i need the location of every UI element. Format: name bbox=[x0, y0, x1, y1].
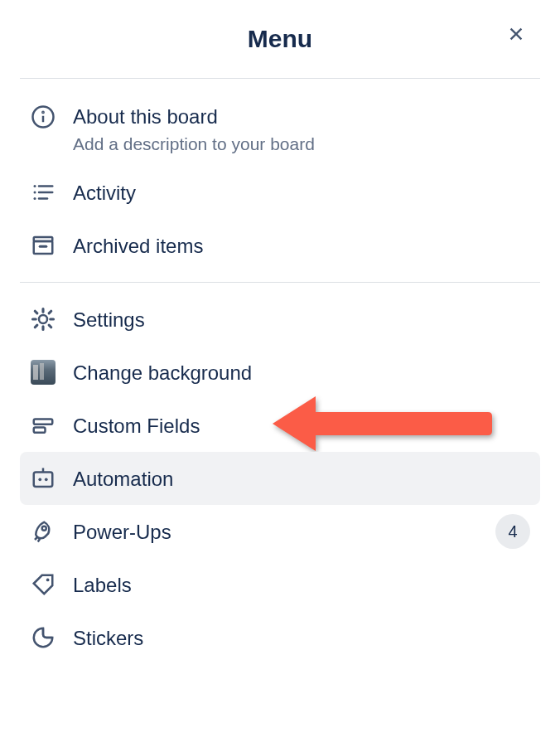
tag-icon bbox=[30, 571, 56, 598]
svg-point-4 bbox=[42, 112, 43, 113]
archive-icon bbox=[30, 232, 56, 259]
menu-item-automation[interactable]: Automation bbox=[20, 452, 540, 505]
menu-item-label: Custom Fields bbox=[73, 413, 530, 439]
menu-item-about[interactable]: About this board Add a description to yo… bbox=[20, 89, 540, 166]
menu-item-stickers[interactable]: Stickers bbox=[20, 611, 540, 664]
svg-point-19 bbox=[38, 478, 41, 482]
count-badge: 4 bbox=[495, 514, 530, 549]
menu-item-labels[interactable]: Labels bbox=[20, 558, 540, 611]
menu-item-text: About this board Add a description to yo… bbox=[73, 104, 530, 154]
menu-item-label: Automation bbox=[73, 466, 530, 492]
menu-item-label: Stickers bbox=[73, 625, 530, 651]
svg-point-20 bbox=[45, 478, 48, 482]
menu-item-sublabel: Add a description to your board bbox=[73, 134, 530, 154]
info-icon bbox=[30, 104, 56, 130]
menu-item-text: Activity bbox=[73, 180, 530, 206]
svg-point-21 bbox=[42, 526, 46, 531]
menu-item-label: Change background bbox=[73, 360, 530, 386]
menu-section-info: About this board Add a description to yo… bbox=[0, 79, 560, 282]
custom-fields-icon bbox=[30, 412, 56, 439]
svg-point-9 bbox=[34, 197, 36, 200]
menu-header: Menu bbox=[0, 0, 560, 78]
menu-item-label: Activity bbox=[73, 180, 530, 206]
menu-item-activity[interactable]: Activity bbox=[20, 166, 540, 219]
close-button[interactable] bbox=[507, 25, 530, 48]
menu-item-change-background[interactable]: Change background bbox=[20, 346, 540, 399]
menu-item-text: Stickers bbox=[73, 625, 530, 651]
menu-item-label: Power-Ups bbox=[73, 519, 530, 545]
menu-item-text: Archived items bbox=[73, 233, 530, 259]
svg-point-14 bbox=[39, 315, 47, 323]
rocket-icon bbox=[30, 518, 56, 545]
svg-rect-15 bbox=[34, 420, 53, 424]
menu-item-archived[interactable]: Archived items bbox=[20, 219, 540, 272]
menu-item-label: Settings bbox=[73, 307, 530, 332]
automation-icon bbox=[30, 465, 56, 492]
svg-point-7 bbox=[34, 192, 36, 194]
activity-icon bbox=[30, 179, 56, 206]
menu-item-text: Change background bbox=[73, 360, 530, 386]
svg-rect-18 bbox=[34, 473, 53, 487]
board-menu-panel: Menu About this board Add a description … bbox=[0, 0, 560, 747]
svg-rect-16 bbox=[34, 428, 46, 433]
menu-section-settings: Settings Change background Custom Fields bbox=[0, 283, 560, 674]
close-icon bbox=[507, 25, 525, 43]
gear-icon bbox=[30, 306, 56, 332]
menu-item-label: Archived items bbox=[73, 233, 530, 259]
menu-item-power-ups[interactable]: Power-Ups 4 bbox=[20, 505, 540, 558]
menu-item-label: About this board bbox=[73, 104, 530, 129]
menu-item-text: Power-Ups bbox=[73, 519, 530, 545]
sticker-icon bbox=[30, 624, 56, 651]
menu-item-text: Custom Fields bbox=[73, 413, 530, 439]
menu-item-settings[interactable]: Settings bbox=[20, 293, 540, 346]
menu-item-text: Labels bbox=[73, 572, 530, 598]
background-thumbnail-icon bbox=[30, 359, 56, 386]
menu-item-text: Automation bbox=[73, 466, 530, 492]
svg-point-22 bbox=[46, 579, 50, 582]
menu-item-text: Settings bbox=[73, 307, 530, 332]
menu-item-custom-fields[interactable]: Custom Fields bbox=[20, 399, 540, 452]
menu-item-label: Labels bbox=[73, 572, 530, 598]
svg-point-5 bbox=[34, 185, 36, 187]
menu-title: Menu bbox=[248, 25, 312, 53]
